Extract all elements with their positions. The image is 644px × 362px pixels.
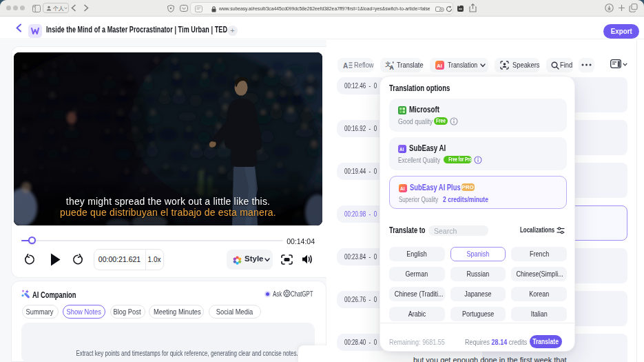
svg-text:AI: AI	[399, 147, 404, 152]
svg-text:AI: AI	[400, 186, 405, 191]
svg-text:AI: AI	[437, 63, 442, 69]
svg-text:A: A	[389, 64, 393, 70]
svg-text:A: A	[343, 62, 348, 70]
